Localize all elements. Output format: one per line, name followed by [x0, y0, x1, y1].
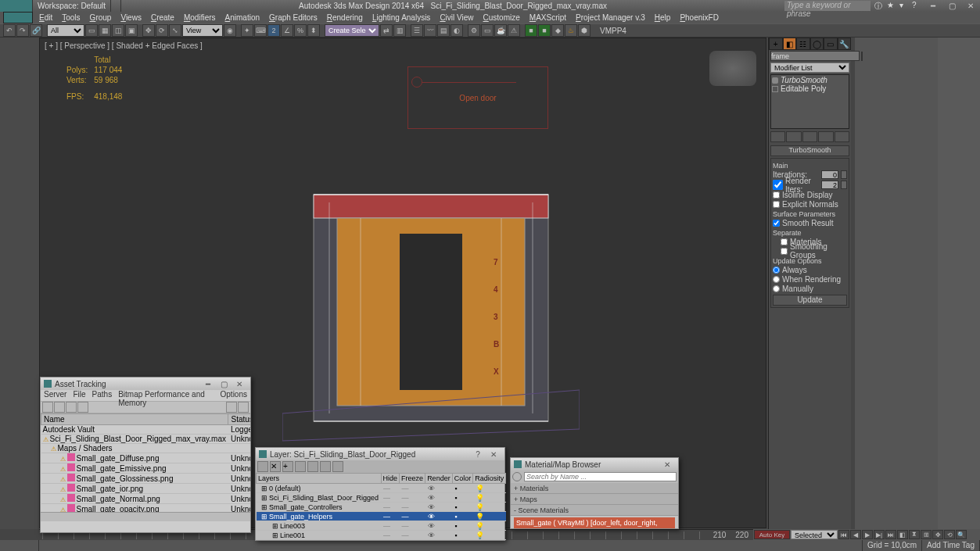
undo-button[interactable]: ↶ — [3, 24, 16, 37]
asset-row[interactable]: Small_gate_ior.pngUnknown St… — [41, 484, 251, 494]
align-button[interactable]: ▥ — [393, 24, 406, 37]
asset-row[interactable]: Small_gate_opacity.pngUnknown St… — [41, 504, 251, 513]
sep-materials-check[interactable] — [781, 238, 788, 245]
infocenter-icon[interactable]: ⓘ — [874, 1, 885, 12]
menu-help[interactable]: Help — [650, 12, 676, 23]
menu-phoenixfd[interactable]: PhoenixFD — [675, 12, 723, 23]
menu-animation[interactable]: Animation — [221, 12, 264, 23]
pin-stack[interactable] — [770, 131, 785, 142]
viewcube[interactable] — [709, 51, 756, 86]
render-iters-check[interactable] — [773, 180, 783, 190]
select-manip[interactable]: ✦ — [241, 24, 253, 37]
selection-filter[interactable]: All — [47, 24, 84, 37]
viewport-label[interactable]: [ + ] [ Perspective ] [ Shaded + Edged F… — [45, 41, 203, 50]
snap-2d[interactable]: 2 — [267, 24, 280, 37]
help-icon[interactable]: ? — [912, 1, 923, 12]
asset-tb4[interactable] — [77, 402, 88, 413]
menu-civilview[interactable]: Civil View — [435, 12, 478, 23]
next-frame[interactable]: ▶| — [874, 530, 885, 539]
asset-menu-file[interactable]: File — [73, 390, 85, 401]
tab-create[interactable]: + — [769, 38, 783, 50]
asset-tb1[interactable] — [42, 402, 53, 413]
node-maps[interactable]: + Maps — [511, 494, 678, 505]
update-render[interactable] — [773, 276, 780, 283]
unique[interactable] — [802, 131, 817, 142]
configure[interactable] — [835, 131, 849, 142]
layer-new[interactable] — [257, 461, 268, 472]
layer-row[interactable]: ⊞ Line003——👁▪💡 — [257, 521, 506, 531]
asset-row[interactable]: Autodesk VaultLogged Out — [41, 425, 251, 435]
menu-group[interactable]: Group — [85, 12, 117, 23]
object-name-field[interactable] — [770, 51, 860, 61]
render-iter[interactable]: ⚠ — [508, 24, 520, 37]
asset-row[interactable]: Maps / Shaders — [41, 444, 251, 453]
redo-button[interactable]: ↷ — [16, 24, 29, 37]
workspace-picker[interactable]: Workspace: Default — [33, 0, 111, 12]
tab-motion[interactable]: ◯ — [810, 38, 824, 50]
menu-maxscript[interactable]: MAXScript — [525, 12, 571, 23]
nav-2[interactable]: ✥ — [932, 530, 943, 539]
update-button[interactable]: Update — [773, 295, 847, 306]
app-logo[interactable] — [0, 0, 33, 12]
asset-tb2[interactable] — [54, 402, 65, 413]
layer-add[interactable]: + — [282, 461, 293, 472]
layer-help[interactable]: ? — [470, 450, 486, 459]
tab-hierarchy[interactable]: ☷ — [796, 38, 810, 50]
menu-create[interactable]: Create — [146, 12, 179, 23]
slider-knob-icon[interactable] — [411, 77, 422, 88]
asset-tb3[interactable] — [66, 402, 77, 413]
node-materials[interactable]: + Materials — [511, 483, 678, 494]
asset-row[interactable]: Small_gate_Diffuse.pngUnknown St… — [41, 453, 251, 463]
curve-editor[interactable]: 〰 — [424, 24, 436, 37]
menu-customize[interactable]: Customize — [479, 12, 525, 23]
layer-table[interactable]: LayersHideFreezeRenderColorRadiosity ⊞ 0… — [256, 473, 506, 540]
open-door-control[interactable]: Open door — [407, 66, 548, 129]
asset-menu-paths[interactable]: Paths — [92, 390, 113, 401]
help-search[interactable]: Type a keyword or phrase — [784, 1, 871, 11]
move-button[interactable]: ✥ — [142, 24, 155, 37]
asset-min[interactable]: ━ — [200, 380, 216, 388]
schematic-view[interactable]: ▤ — [437, 24, 450, 37]
color-swatch[interactable] — [861, 52, 863, 61]
modifier-stack[interactable]: TurboSmooth Editable Poly — [770, 74, 849, 129]
px-tool4[interactable]: ♨ — [565, 24, 577, 37]
render-frame[interactable]: ▭ — [481, 24, 494, 37]
star-icon[interactable]: ★ — [887, 1, 898, 12]
asset-menu-server[interactable]: Server — [44, 390, 66, 401]
explicit-check[interactable] — [773, 201, 780, 208]
snap-percent[interactable]: % — [294, 24, 307, 37]
asset-menu-bitmap[interactable]: Bitmap Performance and Memory — [118, 390, 214, 401]
time-config[interactable]: ⧗ — [909, 530, 920, 539]
minimize-button[interactable]: ━ — [924, 0, 942, 12]
px-tool3[interactable]: ◆ — [551, 24, 564, 37]
asset-menu-options[interactable]: Options — [221, 390, 247, 401]
layer-row[interactable]: ⊞ 0 (default)——👁▪💡 — [257, 484, 506, 493]
play-button[interactable]: ▶ — [862, 530, 873, 539]
asset-row[interactable]: Sci_Fi_Sliding_Blast_Door_Rigged_max_vra… — [41, 435, 251, 444]
stack-editablepoly[interactable]: Editable Poly — [772, 84, 848, 93]
scene-material-item[interactable]: Small_gate ( VRayMtl ) [door_left, door_… — [514, 517, 675, 528]
material-editor[interactable]: ◐ — [451, 24, 463, 37]
asset-hscroll[interactable] — [41, 512, 250, 521]
render-iters-spinner[interactable] — [841, 181, 847, 189]
px-tool2[interactable]: ■ — [538, 24, 551, 37]
asset-max[interactable]: ▢ — [216, 380, 232, 388]
asset-row[interactable]: Small_gate_Normal.pngUnknown St… — [41, 494, 251, 504]
tab-display[interactable]: ▭ — [824, 38, 838, 50]
mat-search[interactable] — [524, 472, 677, 481]
snap-angle[interactable]: ∠ — [281, 24, 293, 37]
layers-button[interactable]: ☰ — [411, 24, 423, 37]
layer-freeze[interactable] — [332, 461, 343, 472]
px-tool1[interactable]: ■ — [525, 24, 537, 37]
menu-modifiers[interactable]: Modifiers — [179, 12, 221, 23]
layer-close[interactable]: ✕ — [486, 450, 501, 459]
asset-row[interactable]: Small_gate_Emissive.pngUnknown St… — [41, 463, 251, 474]
nav-3[interactable]: ⟲ — [944, 530, 955, 539]
link-button[interactable]: 🔗 — [30, 24, 42, 37]
iterations-field[interactable] — [821, 170, 838, 179]
layer-row[interactable]: ⊞ Small_gate_Controllers——👁▪💡 — [257, 503, 506, 512]
update-always[interactable] — [773, 267, 780, 274]
render-setup[interactable]: ⚙ — [468, 24, 480, 37]
scale-button[interactable]: ⤡ — [169, 24, 181, 37]
asset-tb-r2[interactable] — [238, 402, 249, 413]
